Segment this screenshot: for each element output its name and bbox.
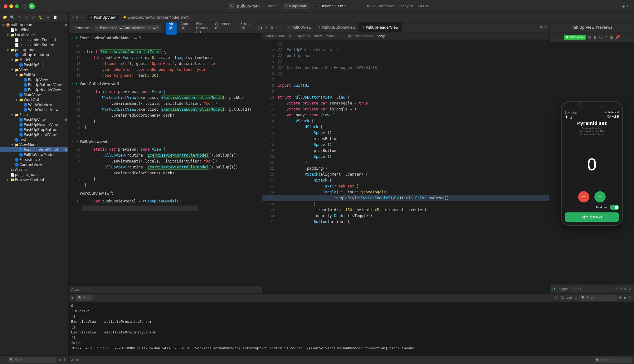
auto-indent-label[interactable]: Auto	[71, 358, 79, 362]
rename-tab-code[interactable]: Code (8)	[177, 22, 192, 35]
sidebar-item-model[interactable]: ▼ 📁 Model	[0, 57, 68, 62]
toggle-component-label[interactable]: Toggle	[557, 287, 568, 291]
sidebar-item-localizable[interactable]: ▼ 📁 Localizable	[0, 32, 68, 37]
console-filter-input[interactable]: 🔍 Filter	[76, 295, 93, 301]
sidebar-toggle-button[interactable]: ☰	[22, 4, 27, 9]
sidebar-item-pullupheaderview[interactable]: 🔵 PullUpHeaderView	[0, 87, 68, 92]
sidebar-item-workoutlistview[interactable]: 🔵 WorkOutListView	[0, 107, 68, 112]
preview-title: Pull Up View Previews	[550, 22, 634, 32]
middle-back[interactable]: ‹	[275, 25, 279, 30]
sidebar-item-view[interactable]: ▼ 📁 View	[0, 67, 68, 72]
console-settings-icon[interactable]: ⚙	[574, 296, 578, 300]
sidebar-item-pushupview[interactable]: 🔵 PushUpView M	[0, 117, 68, 122]
sidebar-item-pushupresultview[interactable]: 🔵 PushUpResultView	[0, 132, 68, 137]
toolbar-split-h[interactable]: ⊟	[76, 15, 79, 20]
done-button[interactable]: 세트 완료하기	[565, 212, 619, 222]
split-editor-button[interactable]: ⊞	[540, 25, 543, 29]
sidebar-item-persistence[interactable]: 🔵 Persistence	[0, 157, 68, 162]
sidebar-item-exerciseviewmodel[interactable]: 🔵 ExerciseViewModel R	[0, 147, 68, 152]
preview-pause-icon[interactable]: ⏸	[593, 35, 597, 40]
sidebar-item-mainview[interactable]: 🔵 MainView	[0, 92, 68, 97]
minimize-button[interactable]	[9, 4, 13, 8]
toolbar-nav-back[interactable]: ‹	[81, 15, 83, 20]
preview-settings-icon[interactable]: ⚙	[588, 35, 591, 40]
sidebar-item-infoplist[interactable]: 📄 InfoPlist	[0, 27, 68, 32]
sidebar-icon-git[interactable]: ⌥	[16, 14, 22, 21]
sidebar-item-localizable-en[interactable]: 📄 Localizable (English)	[0, 37, 68, 42]
preview-inspect-icon[interactable]: ⬡	[599, 35, 602, 40]
maximize-button[interactable]	[15, 4, 19, 8]
sidebar-item-workoutview[interactable]: 🔵 WorkOutView	[0, 102, 68, 107]
sidebar-item-pullupview[interactable]: 🔵 PullUpView	[0, 77, 68, 82]
sidebar-item-push-folder[interactable]: ▼ 📁 Push	[0, 112, 68, 117]
preview-share-icon[interactable]: ↗	[604, 35, 608, 40]
zoom-fit-button[interactable]: ⤢	[629, 287, 632, 291]
preview-badge[interactable]: Preview	[564, 35, 586, 40]
tab-pullupheaderview[interactable]: ⚡ PullUpHeaderView	[359, 22, 402, 32]
sidebar-item-pullupbuttonsview[interactable]: 🔵 PullUpButtonsView	[0, 82, 68, 87]
sidebar-icon-debug[interactable]: 🐛	[38, 14, 44, 21]
bottom-filter-input[interactable]: 🔍 Filter	[594, 357, 632, 363]
rename-back-arrow[interactable]: ‹	[71, 26, 72, 30]
toolbar-nav-fwd[interactable]: ›	[84, 15, 85, 20]
plus-button[interactable]: +	[594, 191, 606, 202]
sidebar-item-pull-up-man-root[interactable]: ▼ 📦 pull-up-man M	[0, 22, 68, 27]
console-green-icon2[interactable]: ↻	[629, 296, 632, 300]
sidebar-item-pushupset[interactable]: 🔵 PushUpSet	[0, 62, 68, 67]
rename-tab-strings[interactable]: Strings (0)	[237, 22, 256, 35]
sidebar-item-app[interactable]: 🔵 pull_up_manApp	[0, 52, 68, 57]
code-line: 52 static var previews: some View {	[69, 147, 262, 153]
tab-pullupbuttonsview[interactable]: ⚡ PullUpButtonsView	[315, 22, 359, 32]
scheme-label[interactable]: pull-up-man	[283, 3, 309, 9]
sidebar-icon-breakpoint[interactable]: ◈	[45, 14, 51, 21]
middle-split[interactable]: ⊟	[270, 25, 275, 30]
rename-tab-all[interactable]: All (8)	[166, 22, 177, 35]
console-right-filter[interactable]: 🔍 Filter	[579, 295, 617, 301]
sidebar-item-pushupheaderview[interactable]: 🔵 PushUpHeaderView	[0, 122, 68, 127]
sidebar-item-pushupstopbutton[interactable]: 🔵 PushUpStopButton	[0, 127, 68, 132]
minus-button[interactable]: −	[578, 191, 589, 202]
tab-exerciseviewmodel[interactable]: ExerciseViewControllerModel.swift	[120, 15, 192, 20]
close-button[interactable]	[4, 4, 7, 8]
sidebar-item-pull-up-man-folder[interactable]: ▼ 📁 pull-up-man	[0, 47, 68, 52]
tab-pushupview[interactable]: ⚡ PushUpView	[87, 15, 119, 20]
rename-tab-comments[interactable]: Comments (0)	[212, 22, 237, 35]
peak-set-toggle[interactable]	[610, 205, 619, 210]
output-label: All Output	[555, 296, 572, 300]
split-button[interactable]: ⊡	[627, 4, 630, 9]
sidebar-item-pullupviewmodel[interactable]: 🔵 PullUpViewModel	[0, 152, 68, 157]
sidebar-item-test[interactable]: 🔵 test	[0, 137, 68, 142]
sidebar-icon-test[interactable]: ⬡	[31, 14, 37, 21]
sidebar-item-preview-content[interactable]: ▶ 📁 Preview Content	[0, 177, 68, 182]
console-expand-icon[interactable]: ▼	[71, 296, 74, 300]
editor-options-button[interactable]: ≡	[544, 25, 547, 29]
middle-fwd[interactable]: ›	[279, 25, 283, 30]
preview-duplicate-icon[interactable]: ⊞	[610, 35, 613, 40]
sidebar-sort-button[interactable]: ↕	[63, 358, 66, 362]
sidebar-filter[interactable]: 🔍 Filter	[7, 357, 56, 363]
sidebar-item-localizable-ko[interactable]: 📄 Localizable (Korean)	[0, 42, 68, 47]
device-label[interactable]: iPhone 13 mini	[322, 4, 348, 8]
sidebar-item-assets[interactable]: 🗂 Assets	[0, 167, 68, 172]
console-clear-icon[interactable]: 🗑	[619, 296, 622, 300]
play-button[interactable]: ▶	[29, 3, 35, 9]
sidebar-icon-search[interactable]: 🔍	[9, 14, 15, 21]
sidebar-icon-warning[interactable]: ⚠	[23, 14, 30, 21]
preview-pin-icon[interactable]: 📌	[615, 35, 620, 40]
zoom-level[interactable]: 76%	[619, 287, 627, 291]
middle-close[interactable]: ✕	[264, 25, 269, 30]
sidebar-item-workout-folder[interactable]: ▼ 📁 WorkOut	[0, 97, 68, 102]
sidebar-icon-report[interactable]: 📋	[52, 14, 58, 21]
sidebar-icon-folder[interactable]: 📁	[2, 14, 8, 21]
sidebar-item-pullup-folder[interactable]: ▼ 📁 PullUp	[0, 72, 68, 77]
sidebar-item-viewmodel-folder[interactable]: ▼ 📁 ViewModel	[0, 142, 68, 147]
rename-tab-filenames[interactable]: File Names (0)	[193, 22, 211, 35]
sidebar-item-pullupman-xcodeproj[interactable]: 📄 pull_up_man	[0, 172, 68, 177]
sidebar-view-toggle[interactable]: ⊞	[58, 358, 61, 362]
console-green-icon[interactable]: ▶	[624, 296, 627, 300]
sidebar-item-contentview[interactable]: 🔵 ContentView	[0, 162, 68, 167]
add-button[interactable]: +	[622, 4, 625, 9]
tab-pullupview[interactable]: ⚡ PullUpView	[285, 22, 315, 32]
toolbar-close[interactable]: ✕	[71, 15, 74, 20]
add-file-button[interactable]: +	[2, 358, 6, 362]
